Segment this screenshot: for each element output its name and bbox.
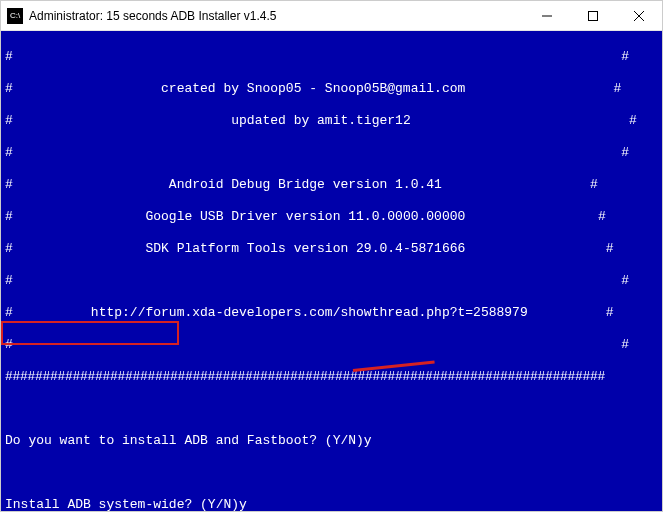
banner-sdk: # SDK Platform Tools version 29.0.4-5871… [5, 241, 658, 257]
titlebar[interactable]: C:\ Administrator: 15 seconds ADB Instal… [1, 1, 662, 31]
blank [5, 465, 658, 481]
sdk-text: SDK Platform Tools version 29.0.4-587166… [145, 241, 465, 256]
banner-line: # # [5, 273, 658, 289]
banner-line: # # [5, 145, 658, 161]
adb-text: Android Debug Bridge version 1.0.41 [169, 177, 442, 192]
terminal-body[interactable]: # # # created by Snoop05 - Snoop05B@gmai… [1, 31, 662, 511]
banner-created: # created by Snoop05 - Snoop05B@gmail.co… [5, 81, 658, 97]
window-title: Administrator: 15 seconds ADB Installer … [29, 9, 524, 23]
banner-adb: # Android Debug Bridge version 1.0.41 # [5, 177, 658, 193]
banner-updated: # updated by amit.tiger12 # [5, 113, 658, 129]
banner-usb: # Google USB Driver version 11.0.0000.00… [5, 209, 658, 225]
prompt-systemwide: Install ADB system-wide? (Y/N)y [5, 497, 658, 511]
created-text: created by Snoop05 - Snoop05B@gmail.com [161, 81, 465, 96]
banner-line: # # [5, 337, 658, 353]
usb-text: Google USB Driver version 11.0.0000.0000… [145, 209, 465, 224]
close-button[interactable] [616, 1, 662, 30]
updated-text: updated by amit.tiger12 [231, 113, 410, 128]
banner-forum: # http://forum.xda-developers.com/showth… [5, 305, 658, 321]
window-controls [524, 1, 662, 30]
forum-text: http://forum.xda-developers.com/showthre… [91, 305, 528, 320]
cmd-icon: C:\ [7, 8, 23, 24]
app-window: C:\ Administrator: 15 seconds ADB Instal… [0, 0, 663, 512]
banner-line: # # [5, 49, 658, 65]
maximize-button[interactable] [570, 1, 616, 30]
banner-divider: ########################################… [5, 369, 658, 385]
svg-rect-1 [589, 11, 598, 20]
minimize-button[interactable] [524, 1, 570, 30]
blank [5, 401, 658, 417]
prompt-install-adb: Do you want to install ADB and Fastboot?… [5, 433, 658, 449]
